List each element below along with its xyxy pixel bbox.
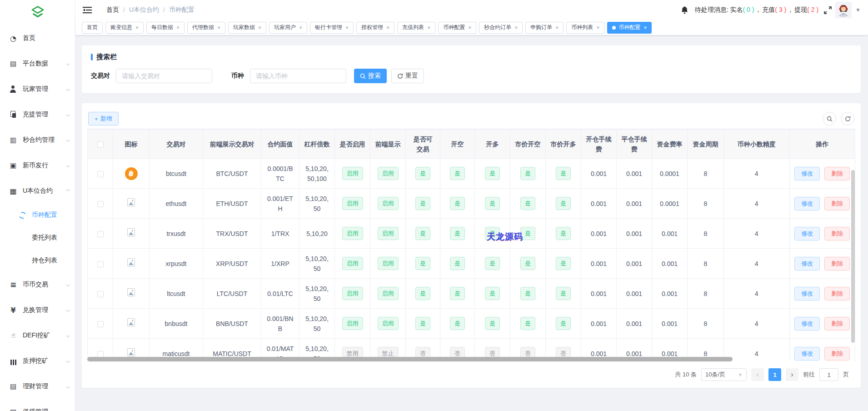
sidebar-item[interactable]: 平台数据 [0, 51, 75, 76]
row-checkbox[interactable] [97, 231, 104, 237]
tab[interactable]: 币种配置 × [607, 22, 652, 34]
table-search-toggle-button[interactable] [823, 112, 836, 125]
page-size-select[interactable]: 10条/页▼ [701, 368, 747, 381]
tab-close-icon[interactable]: × [176, 25, 180, 30]
sidebar-item[interactable]: 质押挖矿 [0, 348, 75, 374]
sidebar-item[interactable]: 理财管理 [0, 374, 75, 399]
sidebar-item[interactable]: 持仓列表 [0, 249, 75, 272]
vertical-scrollbar[interactable] [851, 170, 855, 343]
tab-close-icon[interactable]: × [217, 25, 220, 30]
coin-input[interactable] [250, 69, 346, 83]
tab[interactable]: 申购订单 × [525, 22, 564, 34]
tab-close-icon[interactable]: × [386, 25, 389, 30]
tab-close-icon[interactable]: × [345, 25, 349, 30]
current-page-button[interactable]: 1 [768, 368, 781, 381]
row-checkbox[interactable] [97, 171, 104, 177]
column-header: 合约面值 [261, 130, 299, 159]
sidebar-item-label: 委托列表 [32, 234, 67, 242]
edit-button[interactable]: 修改 [794, 197, 820, 211]
user-avatar[interactable] [835, 2, 852, 18]
row-checkbox[interactable] [97, 261, 104, 267]
sidebar-item[interactable]: 币币交易 [0, 272, 75, 297]
table-row: trxusdt TRX/USDT 1/TRX 5,10,20 启用 启用 是 是… [88, 219, 855, 249]
row-checkbox[interactable] [97, 321, 104, 327]
tab[interactable]: 账变信息 × [105, 22, 144, 34]
tab-close-icon[interactable]: × [596, 25, 599, 30]
add-button[interactable]: +新增 [88, 112, 119, 125]
avatar-dropdown-caret[interactable]: ▼ [855, 7, 861, 13]
sidebar-item-label: 充提管理 [23, 110, 67, 119]
tab[interactable]: 首页 [82, 22, 103, 34]
sidebar-item[interactable]: 新币发行 [0, 153, 75, 178]
row-checkbox[interactable] [97, 201, 104, 207]
tab-close-icon[interactable]: × [514, 25, 518, 30]
pair-input[interactable] [116, 69, 212, 83]
sidebar-item-label: 理财管理 [23, 382, 67, 391]
edit-button[interactable]: 修改 [794, 287, 820, 301]
tab-close-icon[interactable]: × [299, 25, 302, 30]
delete-button[interactable]: 删除 [824, 197, 850, 211]
tab[interactable]: 玩家数据 × [228, 22, 266, 34]
table-refresh-button[interactable] [841, 112, 854, 125]
select-all-checkbox[interactable] [97, 141, 104, 148]
sidebar-item[interactable]: 充提管理 [0, 102, 75, 127]
next-page-button[interactable]: › [786, 368, 798, 381]
broken-image-icon [127, 258, 135, 266]
edit-button[interactable]: 修改 [794, 227, 820, 241]
sidebar: 首页 平台数据 玩家管理 充提管理 [0, 0, 75, 411]
sidebar-item[interactable]: U本位合约 [0, 178, 75, 204]
tab[interactable]: 秒合约订单 × [479, 22, 523, 34]
sidebar-item[interactable]: 币种配置 [0, 204, 75, 226]
sidebar-item[interactable]: 玩家管理 [0, 76, 75, 102]
row-checkbox[interactable] [97, 351, 104, 357]
tab-close-icon[interactable]: × [427, 25, 430, 30]
leverage-cell: 5,10,20,50 [299, 249, 335, 279]
sidebar-item[interactable]: DEFI挖矿 [0, 323, 75, 348]
tab-close-icon[interactable]: × [644, 25, 647, 30]
sidebar-item[interactable]: 兑换管理 [0, 297, 75, 323]
delete-button[interactable]: 删除 [824, 257, 850, 271]
tab-close-icon[interactable]: × [468, 25, 471, 30]
market-short-badge: 是 [520, 197, 535, 210]
delete-button[interactable]: 删除 [824, 287, 850, 301]
edit-button[interactable]: 修改 [794, 317, 820, 331]
column-header: 市价开多 [546, 130, 581, 159]
delete-button[interactable]: 删除 [824, 167, 850, 180]
search-button[interactable]: 搜索 [354, 69, 387, 83]
reset-button[interactable]: 重置 [391, 69, 424, 83]
bell-icon[interactable] [681, 6, 688, 14]
delete-button[interactable]: 删除 [824, 227, 850, 241]
tab-close-icon[interactable]: × [555, 25, 559, 30]
edit-button[interactable]: 修改 [794, 257, 820, 271]
tab[interactable]: 玩家用户 × [269, 22, 307, 34]
sidebar-item[interactable]: 首页 [0, 25, 75, 51]
breadcrumb: 首页 / U本位合约 / 币种配置 [98, 6, 681, 14]
sidebar-item[interactable]: 秒合约管理 [0, 127, 75, 153]
edit-button[interactable]: 修改 [794, 167, 820, 180]
tab[interactable]: 授权管理 × [356, 22, 394, 34]
menu-fold-icon[interactable] [83, 6, 92, 14]
prev-page-button[interactable]: ‹ [751, 368, 764, 381]
goto-page-input[interactable] [819, 368, 838, 381]
tab[interactable]: 充值列表 × [397, 22, 435, 34]
tab[interactable]: 币种配置 × [438, 22, 476, 34]
delete-button[interactable]: 删除 [824, 317, 850, 331]
tab[interactable]: 代理数据 × [187, 22, 225, 34]
fullscreen-icon[interactable] [824, 6, 832, 14]
face-value-cell: 0.001/ETH [261, 189, 299, 219]
brand-logo-icon [30, 5, 45, 20]
tab[interactable]: 银行卡管理 × [310, 22, 354, 34]
sidebar-item[interactable]: 借贷管理 [0, 399, 75, 411]
excel-icon [9, 60, 17, 68]
tab[interactable]: 币种列表 × [566, 22, 604, 34]
sidebar-item[interactable]: 委托列表 [0, 226, 75, 249]
page-content: 搜索栏 交易对 币种 搜索 [75, 35, 868, 411]
tab[interactable]: 每日数据 × [146, 22, 185, 34]
broken-image-icon [127, 318, 135, 326]
list-icon [9, 281, 17, 289]
horizontal-scrollbar[interactable] [87, 357, 733, 361]
row-checkbox[interactable] [97, 291, 104, 297]
tab-close-icon[interactable]: × [135, 25, 139, 30]
tab-close-icon[interactable]: × [258, 25, 261, 30]
open-long-badge: 是 [485, 197, 500, 210]
